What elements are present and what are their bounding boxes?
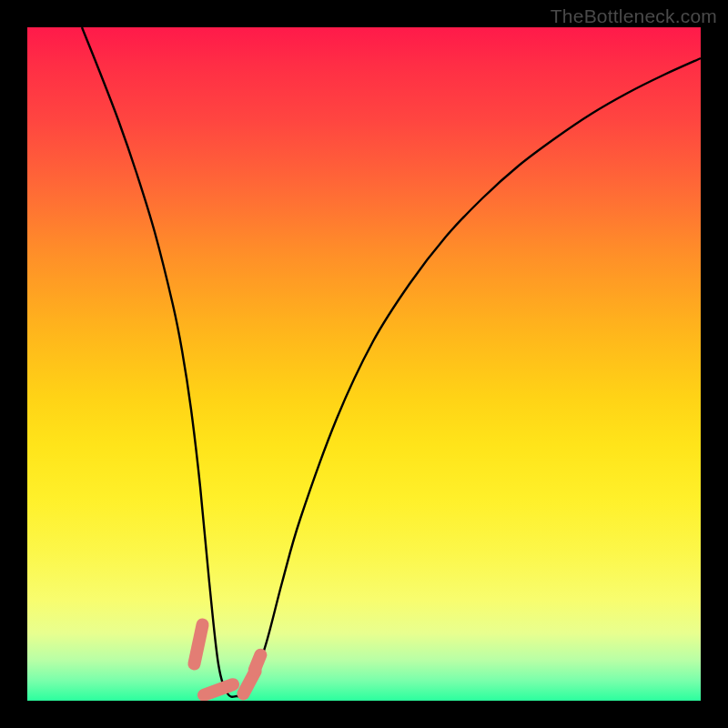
- curve-markers: [194, 624, 260, 694]
- chart-frame: TheBottleneck.com: [0, 0, 728, 728]
- marker-right-upper: [255, 655, 261, 671]
- watermark-text: TheBottleneck.com: [551, 5, 717, 27]
- bottleneck-curve: [82, 27, 701, 697]
- marker-left-upper: [194, 624, 202, 663]
- curve-layer: [27, 27, 701, 701]
- plot-area: [27, 27, 701, 701]
